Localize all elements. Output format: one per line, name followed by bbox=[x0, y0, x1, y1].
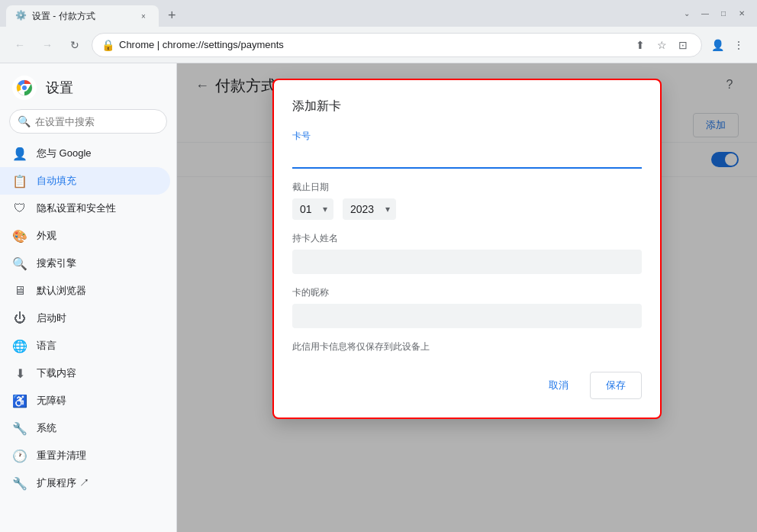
sidebar-label-extensions: 扩展程序 ↗ bbox=[37, 476, 89, 490]
power-icon: ⏻ bbox=[12, 311, 27, 326]
nickname-label: 卡的昵称 bbox=[292, 286, 642, 299]
expiry-row: 010203 040506 070809 101112 202320242025… bbox=[292, 198, 642, 220]
card-number-label: 卡号 bbox=[292, 130, 642, 143]
palette-icon: 🎨 bbox=[12, 228, 27, 243]
year-select[interactable]: 202320242025 202620272028 20292030 bbox=[343, 198, 396, 220]
bookmark-icon[interactable]: ☆ bbox=[652, 36, 671, 54]
year-select-wrapper: 202320242025 202620272028 20292030 bbox=[343, 198, 396, 220]
modal-overlay: 添加新卡 卡号 截止日期 010203 040506 070809 bbox=[177, 63, 757, 532]
active-tab[interactable]: ⚙️ 设置 - 付款方式 × bbox=[6, 5, 159, 27]
share-icon[interactable]: ⬆ bbox=[631, 36, 649, 54]
sidebar-label-accessibility: 无障碍 bbox=[37, 394, 66, 408]
minimize-button[interactable]: — bbox=[699, 8, 711, 20]
info-text: 此信用卡信息将仅保存到此设备上 bbox=[292, 340, 642, 353]
sidebar-item-language[interactable]: 🌐 语言 bbox=[0, 332, 170, 360]
month-select-wrapper: 010203 040506 070809 101112 bbox=[292, 198, 333, 220]
sidebar-label-language: 语言 bbox=[37, 339, 56, 353]
sidebar-item-autofill[interactable]: 📋 自动填充 bbox=[0, 167, 170, 195]
nav-bar: ← → ↻ 🔒 Chrome | chrome://settings/payme… bbox=[0, 27, 757, 63]
window-controls: ⌄ — □ ✕ bbox=[681, 8, 751, 20]
profile-icon[interactable]: 👤 bbox=[708, 36, 726, 54]
holder-label: 持卡人姓名 bbox=[292, 232, 642, 245]
chrome-logo-icon bbox=[12, 76, 37, 100]
dialog-title: 添加新卡 bbox=[292, 98, 642, 114]
download-icon: ⬇ bbox=[12, 366, 27, 381]
search-icon: 🔍 bbox=[18, 115, 31, 127]
sidebar-item-downloads[interactable]: ⬇ 下载内容 bbox=[0, 360, 170, 387]
add-card-dialog: 添加新卡 卡号 截止日期 010203 040506 070809 bbox=[272, 79, 662, 419]
sidebar-item-privacy[interactable]: 🛡 隐私设置和安全性 bbox=[0, 195, 170, 222]
title-bar: ⚙️ 设置 - 付款方式 × + ⌄ — □ ✕ bbox=[0, 0, 757, 27]
nickname-group: 卡的昵称 bbox=[292, 286, 642, 328]
sidebar-header: 设置 bbox=[0, 69, 176, 106]
lock-icon: 🔒 bbox=[101, 39, 114, 51]
address-bar[interactable]: 🔒 Chrome | chrome://settings/payments ⬆ … bbox=[92, 33, 702, 57]
sidebar: 设置 🔍 👤 您与 Google 📋 自动填充 🛡 隐私设置和安全性 🎨 外观 … bbox=[0, 63, 177, 532]
tab-favicon: ⚙️ bbox=[15, 10, 27, 22]
refresh-button[interactable]: ↻ bbox=[64, 34, 85, 56]
dialog-actions: 取消 保存 bbox=[292, 372, 642, 399]
month-select[interactable]: 010203 040506 070809 101112 bbox=[292, 198, 333, 220]
sidebar-label-startup: 启动时 bbox=[37, 311, 66, 325]
shield-icon: 🛡 bbox=[12, 201, 27, 216]
reset-icon: 🕐 bbox=[12, 448, 27, 463]
holder-group: 持卡人姓名 bbox=[292, 232, 642, 274]
address-text: Chrome | chrome://settings/payments bbox=[119, 39, 627, 50]
sidebar-item-extensions[interactable]: 🔧 扩展程序 ↗ bbox=[0, 469, 170, 497]
close-window-button[interactable]: ✕ bbox=[736, 8, 748, 20]
card-number-input[interactable] bbox=[292, 146, 642, 169]
holder-name-input[interactable] bbox=[292, 250, 642, 274]
sidebar-search-bar[interactable]: 🔍 bbox=[9, 109, 167, 134]
wrench-icon: 🔧 bbox=[12, 421, 27, 436]
expiry-label: 截止日期 bbox=[292, 181, 642, 194]
sidebar-item-browser[interactable]: 🖥 默认浏览器 bbox=[0, 277, 170, 305]
person-icon: 👤 bbox=[12, 146, 27, 161]
sidebar-label-search: 搜索引擎 bbox=[37, 256, 76, 270]
autofill-icon: 📋 bbox=[12, 173, 27, 189]
sidebar-label-reset: 重置并清理 bbox=[37, 449, 86, 463]
browser-icon: 🖥 bbox=[12, 283, 27, 298]
tab-close-button[interactable]: × bbox=[137, 10, 150, 22]
maximize-button[interactable]: □ bbox=[717, 8, 730, 20]
sidebar-item-google[interactable]: 👤 您与 Google bbox=[0, 140, 170, 167]
sidebar-item-startup[interactable]: ⏻ 启动时 bbox=[0, 305, 170, 332]
sidebar-label-browser: 默认浏览器 bbox=[37, 284, 86, 298]
content-area: ← 付款方式 ? 添加 添加新卡 卡号 截止日期 bbox=[177, 63, 757, 532]
menu-icon[interactable]: ⋮ bbox=[730, 36, 748, 54]
sidebar-item-reset[interactable]: 🕐 重置并清理 bbox=[0, 442, 170, 469]
split-view-icon[interactable]: ⊡ bbox=[674, 36, 692, 54]
sidebar-item-accessibility[interactable]: ♿ 无障碍 bbox=[0, 387, 170, 414]
forward-button[interactable]: → bbox=[37, 34, 58, 56]
card-number-group: 卡号 bbox=[292, 130, 642, 169]
tab-area: ⚙️ 设置 - 付款方式 × + bbox=[6, 0, 681, 27]
accessibility-icon: ♿ bbox=[12, 393, 27, 408]
sidebar-label-appearance: 外观 bbox=[37, 229, 56, 243]
nav-right-buttons: 👤 ⋮ bbox=[708, 36, 748, 54]
nickname-input[interactable] bbox=[292, 304, 642, 328]
save-button[interactable]: 保存 bbox=[590, 372, 642, 399]
sidebar-search-input[interactable] bbox=[35, 116, 159, 127]
search-engine-icon: 🔍 bbox=[12, 256, 27, 271]
globe-icon: 🌐 bbox=[12, 338, 27, 353]
address-actions: ⬆ ☆ ⊡ bbox=[631, 36, 692, 54]
sidebar-label-system: 系统 bbox=[37, 421, 56, 435]
new-tab-button[interactable]: + bbox=[162, 5, 182, 27]
settings-title: 设置 bbox=[46, 79, 73, 97]
sidebar-item-search[interactable]: 🔍 搜索引擎 bbox=[0, 250, 170, 277]
extension-icon: 🔧 bbox=[12, 476, 27, 491]
restore-button[interactable]: ⌄ bbox=[681, 8, 693, 20]
sidebar-label-google: 您与 Google bbox=[37, 147, 92, 160]
sidebar-label-privacy: 隐私设置和安全性 bbox=[37, 202, 116, 215]
sidebar-label-downloads: 下载内容 bbox=[37, 366, 76, 380]
expiry-group: 截止日期 010203 040506 070809 101112 bbox=[292, 181, 642, 220]
sidebar-label-autofill: 自动填充 bbox=[37, 174, 76, 188]
sidebar-item-appearance[interactable]: 🎨 外观 bbox=[0, 222, 170, 250]
tab-title: 设置 - 付款方式 bbox=[32, 10, 133, 23]
main-layout: 设置 🔍 👤 您与 Google 📋 自动填充 🛡 隐私设置和安全性 🎨 外观 … bbox=[0, 63, 757, 532]
sidebar-item-system[interactable]: 🔧 系统 bbox=[0, 414, 170, 442]
cancel-button[interactable]: 取消 bbox=[533, 372, 584, 399]
back-button[interactable]: ← bbox=[9, 34, 31, 56]
